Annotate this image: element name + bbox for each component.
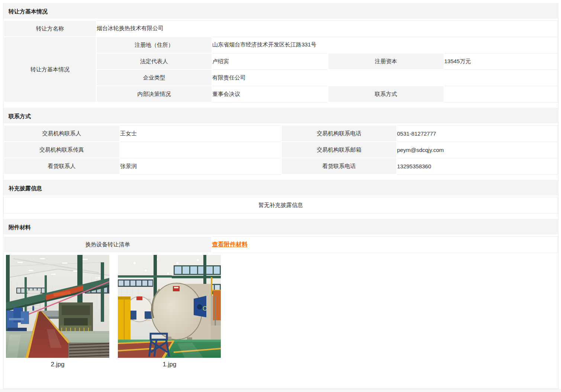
supplementary-table: 暂无补充披露信息	[3, 197, 558, 214]
contact-method-value	[444, 86, 558, 102]
agency-contact-fax-value	[120, 142, 281, 158]
table-row: 交易机构联系人 王女士 交易机构联系电话 0531-81272777	[4, 125, 558, 142]
table-row: 暂无补充披露信息	[4, 197, 558, 214]
registered-capital-label: 注册资本	[328, 53, 444, 69]
transferor-name-value: 烟台冰轮换热技术有限公司	[96, 20, 558, 37]
table-row: 转让方名称 烟台冰轮换热技术有限公司	[4, 20, 558, 37]
attachment-photos: 2.jpg	[3, 253, 558, 369]
photo-filename: 2.jpg	[6, 361, 109, 369]
section-gap	[3, 214, 558, 219]
agency-contact-person-value: 王女士	[120, 125, 281, 142]
inspection-contact-person-value: 张景润	[120, 158, 281, 174]
bottom-spacer	[3, 369, 558, 382]
factory-vessels-photo-illustration: C	[118, 255, 221, 358]
company-type-value: 有限责任公司	[212, 69, 558, 86]
registered-capital-value: 13545万元	[444, 53, 558, 69]
legal-representative-label: 法定代表人	[96, 53, 212, 69]
inspection-contact-phone-label: 看货联系电话	[281, 158, 397, 174]
inspection-contact-phone-value: 13295358360	[397, 158, 558, 174]
table-row: 交易机构联系传真 交易机构联系邮箱 peym@sdcqjy.com	[4, 142, 558, 158]
agency-contact-phone-label: 交易机构联系电话	[281, 125, 397, 142]
section-gap	[3, 175, 558, 180]
detail-page: 转让方基本情况 转让方名称 烟台冰轮换热技术有限公司 转让方基本情况 注册地（住…	[0, 0, 561, 392]
section-header-supplementary: 补充披露信息	[3, 180, 558, 197]
transferor-name-label: 转让方名称	[4, 20, 96, 37]
inspection-contact-person-label: 看货联系人	[4, 158, 120, 174]
agency-contact-phone-value: 0531-81272777	[397, 125, 558, 142]
attachment-photo-thumbnail-1jpg[interactable]: C	[118, 255, 221, 358]
attachment-list-label: 换热设备转让清单	[4, 236, 212, 253]
agency-contact-email-value: peym@sdcqjy.com	[397, 142, 558, 158]
agency-contact-email-label: 交易机构联系邮箱	[281, 142, 397, 158]
section-header-contact: 联系方式	[3, 108, 558, 125]
view-attachments-link[interactable]: 查看附件材料	[212, 241, 248, 247]
legal-representative-value: 卢绍宾	[212, 53, 328, 69]
section-header-attachments: 附件材料	[3, 219, 558, 236]
svg-text:C: C	[203, 305, 207, 312]
company-type-label: 企业类型	[96, 69, 212, 86]
section-gap	[3, 103, 558, 108]
registered-address-label: 注册地（住所）	[96, 37, 212, 53]
attachment-photo-item: 2.jpg	[6, 255, 109, 369]
internal-decision-value: 董事会决议	[212, 86, 328, 102]
table-row: 换热设备转让清单 查看附件材料	[4, 236, 558, 253]
contact-method-label: 联系方式	[328, 86, 444, 102]
section-header-transferor-info: 转让方基本情况	[3, 3, 558, 20]
supplementary-empty-text: 暂无补充披露信息	[4, 197, 558, 214]
agency-contact-fax-label: 交易机构联系传真	[4, 142, 120, 158]
factory-hall-photo-illustration	[6, 255, 109, 358]
transferor-info-table: 转让方名称 烟台冰轮换热技术有限公司 转让方基本情况 注册地（住所） 山东省烟台…	[3, 20, 558, 103]
attachment-photo-thumbnail-2jpg[interactable]	[6, 255, 109, 358]
attachment-photo-item: C	[118, 255, 221, 369]
registered-address-value: 山东省烟台市经济技术开发区长江路331号	[212, 37, 558, 53]
internal-decision-label: 内部决策情况	[96, 86, 212, 102]
photo-filename: 1.jpg	[118, 361, 221, 369]
contact-table: 交易机构联系人 王女士 交易机构联系电话 0531-81272777 交易机构联…	[3, 125, 558, 175]
agency-contact-person-label: 交易机构联系人	[4, 125, 120, 142]
attachments-table: 换热设备转让清单 查看附件材料	[3, 236, 558, 253]
table-row: 转让方基本情况 注册地（住所） 山东省烟台市经济技术开发区长江路331号	[4, 37, 558, 53]
transferor-basic-group-label: 转让方基本情况	[4, 37, 96, 102]
table-row: 看货联系人 张景润 看货联系电话 13295358360	[4, 158, 558, 174]
content-container: 转让方基本情况 转让方名称 烟台冰轮换热技术有限公司 转让方基本情况 注册地（住…	[3, 3, 558, 389]
page-bottom-strip	[0, 389, 561, 392]
